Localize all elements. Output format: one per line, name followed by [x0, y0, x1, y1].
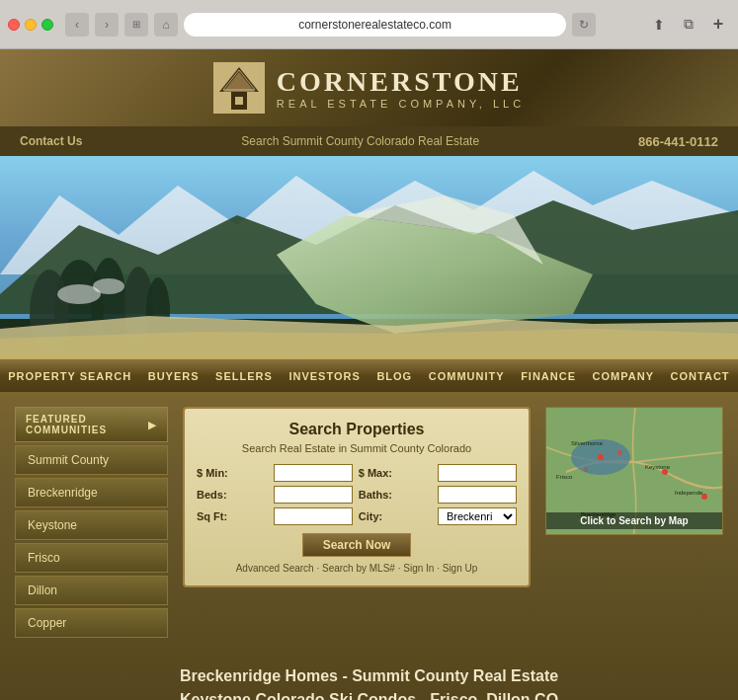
contact-link[interactable]: Contact Us	[20, 134, 82, 148]
logo-title: Cornerstone	[277, 66, 525, 98]
logo-text: Cornerstone Real Estate Company, LLC	[277, 66, 525, 110]
map-cta-text: Click to Search by Map	[546, 512, 722, 529]
featured-communities-header[interactable]: FEATURED COMMUNITIES ▶	[15, 407, 168, 442]
map-thumbnail[interactable]: Silverthorne Frisco Keystone Independe..…	[545, 407, 723, 535]
search-title: Search Properties	[197, 421, 517, 438]
sidebar-item-keystone[interactable]: Keystone	[15, 510, 168, 540]
hero-image	[0, 156, 738, 358]
max-input[interactable]	[438, 464, 517, 482]
sidebar-item-breckenridge[interactable]: Breckenridge	[15, 478, 168, 507]
nav-company[interactable]: COMPANY	[585, 359, 662, 392]
svg-text:6: 6	[584, 465, 589, 474]
beds-input[interactable]	[274, 486, 353, 504]
sidebar-item-frisco[interactable]: Frisco	[15, 543, 168, 573]
search-box: Search Properties Search Real Estate in …	[183, 407, 531, 587]
svg-text:Frisco: Frisco	[556, 474, 573, 480]
sidebar: FEATURED COMMUNITIES ▶ Summit County Bre…	[15, 407, 168, 638]
back-button[interactable]: ‹	[65, 13, 89, 37]
search-subtitle: Search Real Estate in Summit County Colo…	[197, 442, 517, 454]
beds-label: Beds:	[197, 489, 268, 501]
svg-text:9: 9	[617, 448, 622, 457]
share-button[interactable]: ⬆	[647, 13, 671, 37]
baths-label: Baths:	[359, 489, 432, 501]
nav-blog[interactable]: BLOG	[369, 359, 420, 392]
svg-text:Independe..: Independe..	[675, 490, 706, 496]
featured-label: FEATURED COMMUNITIES	[26, 414, 148, 435]
city-label: City:	[359, 510, 432, 522]
tagline: Search Summit County Colorado Real Estat…	[241, 134, 479, 148]
logo-icon	[213, 62, 265, 114]
nav-investors[interactable]: INVESTORS	[281, 359, 368, 392]
main-content: FEATURED COMMUNITIES ▶ Summit County Bre…	[0, 392, 738, 653]
nav-buyers[interactable]: BUYERS	[140, 359, 207, 392]
nav-property-search[interactable]: PROPERTY SEARCH	[0, 359, 139, 392]
close-button[interactable]	[8, 19, 20, 31]
browser-chrome: ‹ › ⊞ ⌂ cornerstonerealestateco.com ↻ ⬆ …	[0, 0, 738, 49]
nav-finance[interactable]: FINANCE	[513, 359, 584, 392]
website: Cornerstone Real Estate Company, LLC Con…	[0, 49, 738, 700]
sidebar-item-dillon[interactable]: Dillon	[15, 576, 168, 605]
svg-text:Silverthorne: Silverthorne	[571, 440, 604, 446]
logo-subtitle: Real Estate Company, LLC	[277, 98, 525, 110]
featured-arrow: ▶	[148, 420, 157, 430]
search-button[interactable]: Search Now	[302, 533, 412, 557]
nav-community[interactable]: COMMUNITY	[421, 359, 513, 392]
maximize-button[interactable]	[41, 19, 53, 31]
sqft-label: Sq Ft:	[197, 510, 268, 522]
search-fields: $ Min: $ Max: Beds: Baths: Sq Ft: City: …	[197, 464, 517, 525]
svg-rect-4	[235, 97, 243, 105]
url-bar[interactable]: cornerstonerealestateco.com	[184, 13, 566, 37]
svg-text:Keystone: Keystone	[645, 464, 671, 470]
logo-container: Cornerstone Real Estate Company, LLC	[213, 62, 525, 114]
sidebar-toggle[interactable]: ⊞	[124, 13, 148, 37]
heading-line2: Keystone Colorado Ski Condos - Frisco, D…	[20, 688, 718, 700]
site-header: Cornerstone Real Estate Company, LLC	[0, 49, 738, 126]
baths-input[interactable]	[438, 486, 517, 504]
nav-bar: PROPERTY SEARCH BUYERS SELLERS INVESTORS…	[0, 358, 738, 392]
add-tab-button[interactable]: +	[706, 13, 730, 37]
svg-point-21	[93, 278, 124, 294]
home-button[interactable]: ⌂	[154, 13, 178, 37]
search-panel: Search Properties Search Real Estate in …	[168, 407, 545, 638]
city-select[interactable]: Breckenri ▾	[438, 507, 517, 525]
contact-bar: Contact Us Search Summit County Colorado…	[0, 126, 738, 156]
traffic-lights	[8, 19, 53, 31]
sidebar-item-copper[interactable]: Copper	[15, 608, 168, 638]
minimize-button[interactable]	[25, 19, 37, 31]
url-text: cornerstonerealestateco.com	[298, 18, 451, 32]
heading-line1: Breckenridge Homes - Summit County Real …	[20, 664, 718, 688]
map-panel: Silverthorne Frisco Keystone Independe..…	[545, 407, 723, 638]
sidebar-item-summit-county[interactable]: Summit County	[15, 445, 168, 475]
forward-button[interactable]: ›	[95, 13, 119, 37]
max-label: $ Max:	[359, 467, 432, 479]
nav-sellers[interactable]: SELLERS	[207, 359, 281, 392]
search-links: Advanced Search · Search by MLS# · Sign …	[197, 563, 517, 574]
min-input[interactable]	[274, 464, 353, 482]
reload-button[interactable]: ↻	[572, 13, 596, 37]
bottom-heading: Breckenridge Homes - Summit County Real …	[20, 664, 718, 700]
sqft-input[interactable]	[274, 507, 353, 525]
hero-svg	[0, 156, 738, 358]
phone-number: 866-441-0112	[638, 134, 718, 149]
new-tab-button[interactable]: ⧉	[677, 13, 700, 37]
svg-point-25	[598, 454, 604, 460]
min-label: $ Min:	[197, 467, 268, 479]
bottom-content: Breckenridge Homes - Summit County Real …	[0, 653, 738, 700]
nav-contact[interactable]: CONTACT	[663, 359, 738, 392]
